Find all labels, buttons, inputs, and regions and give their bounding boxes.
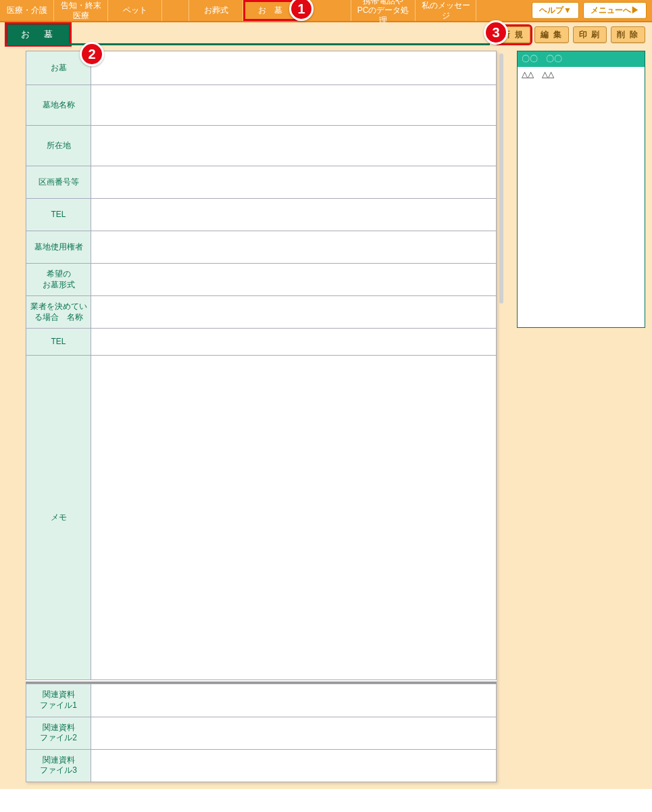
delete-button[interactable]: 削 除 bbox=[611, 26, 645, 43]
form-row: メモ bbox=[26, 356, 497, 680]
nav-tab-phone[interactable]: 携帯電話や PCのデータ処理 bbox=[351, 0, 416, 21]
form-value[interactable] bbox=[91, 85, 497, 126]
side-panel: 〇〇 〇〇△△ △△ bbox=[517, 51, 645, 328]
form-value[interactable] bbox=[91, 199, 497, 231]
form-label: 墓地名称 bbox=[26, 85, 91, 126]
file-label: 関連資料 ファイル3 bbox=[26, 749, 91, 782]
file-label: 関連資料 ファイル1 bbox=[26, 684, 91, 717]
form-label: メモ bbox=[26, 356, 91, 680]
form-value[interactable] bbox=[91, 166, 497, 199]
file-value[interactable] bbox=[91, 749, 497, 782]
form-value[interactable] bbox=[91, 264, 497, 296]
callout-2: 2 bbox=[80, 42, 104, 66]
nav-tab-funeral[interactable]: お葬式 bbox=[189, 0, 243, 21]
form-row: 業者を決めてい る場合 名称 bbox=[26, 296, 497, 329]
form-row: 墓地名称 bbox=[26, 85, 497, 126]
top-nav: 医療・介護 告知・終末医療 ペット お葬式 お 墓 携帯電話や PCのデータ処理… bbox=[0, 0, 652, 22]
nav-tab-empty1 bbox=[162, 0, 189, 21]
action-buttons: 新 規 編 集 印 刷 削 除 bbox=[496, 26, 645, 43]
form-row: 区画番号等 bbox=[26, 166, 497, 199]
nav-tab-message[interactable]: 私のメッセージ bbox=[416, 0, 476, 21]
main-area: お墓墓地名称所在地区画番号等TEL墓地使用権者希望の お墓形式業者を決めてい る… bbox=[0, 47, 652, 789]
form-label: 希望の お墓形式 bbox=[26, 264, 91, 296]
form-label: TEL bbox=[26, 199, 91, 231]
file-table: 関連資料 ファイル1関連資料 ファイル2関連資料 ファイル3 bbox=[26, 684, 497, 782]
form-row: 希望の お墓形式 bbox=[26, 264, 497, 296]
nav-tab-pet[interactable]: ペット bbox=[108, 0, 162, 21]
form-value[interactable] bbox=[91, 231, 497, 264]
side-item[interactable]: 〇〇 〇〇 bbox=[518, 51, 645, 67]
menu-button[interactable]: メニューへ▶ bbox=[583, 2, 647, 19]
help-button[interactable]: ヘルプ▼ bbox=[532, 2, 579, 19]
form-row: 墓地使用権者 bbox=[26, 231, 497, 264]
form-row: TEL bbox=[26, 329, 497, 356]
scrollbar[interactable] bbox=[499, 53, 503, 304]
nav-tab-care[interactable]: 医療・介護 bbox=[0, 0, 54, 21]
file-row: 関連資料 ファイル2 bbox=[26, 717, 497, 749]
form-label: 墓地使用権者 bbox=[26, 231, 91, 264]
side-item[interactable]: △△ △△ bbox=[518, 67, 645, 82]
file-value[interactable] bbox=[91, 684, 497, 717]
nav-tab-terminal[interactable]: 告知・終末医療 bbox=[54, 0, 108, 21]
sub-tab-grave[interactable]: お 墓 bbox=[7, 24, 70, 45]
sub-bar-underline bbox=[7, 43, 490, 45]
form-label: 業者を決めてい る場合 名称 bbox=[26, 296, 91, 329]
form-container: お墓墓地名称所在地区画番号等TEL墓地使用権者希望の お墓形式業者を決めてい る… bbox=[26, 51, 497, 782]
form-value[interactable] bbox=[91, 126, 497, 166]
callout-3: 3 bbox=[484, 20, 508, 45]
form-value[interactable] bbox=[91, 51, 497, 85]
file-row: 関連資料 ファイル3 bbox=[26, 749, 497, 782]
form-value[interactable] bbox=[91, 329, 497, 356]
file-label: 関連資料 ファイル2 bbox=[26, 717, 91, 749]
form-value[interactable] bbox=[91, 356, 497, 680]
form-label: TEL bbox=[26, 329, 91, 356]
form-label: 所在地 bbox=[26, 126, 91, 166]
edit-button[interactable]: 編 集 bbox=[534, 26, 569, 43]
file-value[interactable] bbox=[91, 717, 497, 749]
nav-buttons: ヘルプ▼ メニューへ▶ bbox=[532, 0, 652, 21]
print-button[interactable]: 印 刷 bbox=[573, 26, 607, 43]
form-row: TEL bbox=[26, 199, 497, 231]
file-row: 関連資料 ファイル1 bbox=[26, 684, 497, 717]
form-row: 所在地 bbox=[26, 126, 497, 166]
form-label: 区画番号等 bbox=[26, 166, 91, 199]
form-value[interactable] bbox=[91, 296, 497, 329]
form-table: お墓墓地名称所在地区画番号等TEL墓地使用権者希望の お墓形式業者を決めてい る… bbox=[26, 51, 497, 680]
